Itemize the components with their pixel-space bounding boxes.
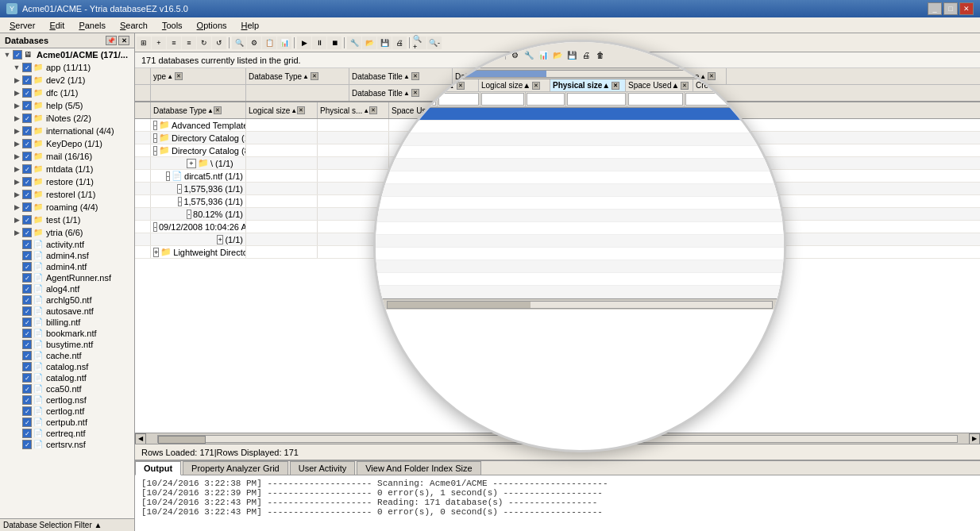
zoom-data-row[interactable] [376, 133, 784, 146]
zoom-btn-11[interactable]: 💾 [565, 48, 578, 61]
checkbox[interactable]: ✓ [22, 284, 32, 294]
expand-icon[interactable]: ▶ [11, 214, 22, 225]
zoom-data-row[interactable] [376, 273, 784, 286]
tree-item-root[interactable]: ▼ ✓ 🖥 Acme01/ACME (171/... [0, 48, 134, 61]
tree-item-alog4[interactable]: ✓ 📄 alog4.ntf [0, 283, 134, 294]
checkbox[interactable]: ✓ [22, 329, 32, 338]
checkbox[interactable]: ✓ [22, 295, 32, 305]
tree-item-restorel[interactable]: ▶ ✓ 📁 restorel (1/1) [0, 188, 134, 201]
col-filter-icon[interactable]: ✕ [175, 72, 183, 80]
tree-item-help[interactable]: ▶ ✓ 📁 help (5/5) [0, 99, 134, 112]
toolbar-btn-zoom-in[interactable]: 🔍+ [412, 37, 426, 49]
zoom-btn-8[interactable]: 🔧 [523, 48, 535, 61]
zoom-data-row[interactable] [376, 159, 784, 171]
expand-btn[interactable]: + [217, 235, 223, 244]
toolbar-btn-1[interactable]: ⊞ [137, 37, 151, 49]
tab-view-folder[interactable]: View And Folder Index Size [357, 461, 480, 475]
checkbox[interactable]: ✓ [22, 228, 32, 237]
tree-item-dev2[interactable]: ▶ ✓ 📁 dev2 (1/1) [0, 74, 134, 87]
checkbox[interactable]: ✓ [22, 262, 32, 271]
toolbar-btn-15[interactable]: 📂 [362, 37, 376, 49]
tab-property-analyzer[interactable]: Property Analyzer Grid [183, 461, 288, 475]
expand-btn[interactable]: - [153, 146, 157, 156]
zoom-data-row[interactable] [376, 248, 784, 260]
expand-icon[interactable]: ▶ [11, 125, 22, 137]
minimize-button[interactable]: _ [928, 2, 942, 15]
zoom-btn-9[interactable]: 📊 [537, 48, 550, 61]
col-header-dbtype[interactable]: ype ▲ ✕ [151, 68, 246, 84]
checkbox[interactable]: ✓ [22, 429, 32, 438]
tree-item-cca50[interactable]: ✓ 📄 cca50.ntf [0, 383, 134, 394]
toolbar-btn-3[interactable]: ≡ [167, 37, 181, 49]
checkbox[interactable]: ✓ [22, 373, 32, 383]
checkbox[interactable]: ✓ [22, 384, 32, 394]
zoom-btn-10[interactable]: 📂 [551, 48, 564, 61]
tree-item-roaming[interactable]: ▶ ✓ 📁 roaming (4/4) [0, 201, 134, 214]
toolbar-btn-8[interactable]: ⚙ [247, 37, 261, 49]
menu-edit[interactable]: Edit [43, 19, 71, 32]
expand-icon[interactable]: ▶ [11, 189, 22, 200]
checkbox[interactable]: ✓ [22, 440, 32, 449]
zoom-scroll-thumb[interactable] [388, 71, 546, 77]
toolbar-btn-6[interactable]: ↺ [212, 37, 226, 49]
col-dbtype[interactable]: Database Type ▲✕ [151, 102, 246, 118]
checkbox[interactable]: ✓ [22, 362, 32, 371]
expand-btn[interactable]: - [178, 197, 183, 206]
tab-user-activity[interactable]: User Activity [290, 461, 356, 475]
checkbox[interactable]: ✓ [13, 50, 22, 60]
tree-item-admin4nsf[interactable]: ✓ 📄 admin4.nsf [0, 250, 134, 261]
sidebar-content[interactable]: ▼ ✓ 🖥 Acme01/ACME (171/... ▼ ✓ 📁 app (11… [0, 48, 134, 518]
zoom-bottom-track[interactable] [387, 301, 773, 309]
zoom-data-row[interactable] [376, 235, 784, 248]
expand-icon[interactable]: ▶ [11, 138, 22, 149]
zoom-data-row[interactable] [376, 121, 784, 133]
col-header-dbtitle[interactable]: Database Type ▲ ✕ [246, 68, 349, 84]
expand-icon[interactable]: ▶ [11, 202, 22, 213]
tree-item-dfc[interactable]: ▶ ✓ 📁 dfc (1/1) [0, 87, 134, 99]
tree-item-certreq[interactable]: ✓ 📄 certreq.ntf [0, 428, 134, 439]
expand-icon[interactable]: ▶ [11, 176, 22, 187]
checkbox[interactable]: ✓ [22, 240, 32, 249]
zoom-col-logsize[interactable]: Logical size ▲✕ [479, 79, 550, 91]
close-button[interactable]: ✕ [959, 2, 974, 15]
zoom-filter-input-2[interactable] [438, 93, 479, 106]
tab-output[interactable]: Output [135, 461, 181, 475]
checkbox[interactable]: ✓ [22, 75, 32, 85]
toolbar-btn-9[interactable]: 📋 [262, 37, 276, 49]
menu-server[interactable]: Server [3, 19, 41, 32]
toolbar-btn-zoom-out[interactable]: 🔍- [427, 37, 442, 49]
zoom-data-row[interactable] [376, 171, 784, 184]
menu-options[interactable]: Options [191, 19, 233, 32]
checkbox[interactable]: ✓ [22, 177, 32, 187]
zoom-data-row[interactable] [376, 260, 784, 273]
checkbox[interactable]: ✓ [22, 101, 32, 110]
expand-icon[interactable]: ▶ [11, 87, 22, 98]
zoom-data-row[interactable] [376, 146, 784, 159]
tree-item-busytime[interactable]: ✓ 📄 busytime.ntf [0, 339, 134, 350]
sidebar-pin-button[interactable]: 📌 [106, 36, 117, 45]
col-physsize[interactable]: Physical s... ▲✕ [318, 102, 389, 118]
checkbox[interactable]: ✓ [22, 164, 32, 174]
checkbox[interactable]: ✓ [22, 152, 32, 161]
expand-icon[interactable]: ▶ [11, 164, 22, 175]
tree-item-billing[interactable]: ✓ 📄 billing.ntf [0, 317, 134, 328]
checkbox[interactable]: ✓ [22, 317, 32, 327]
tree-item-agentrunner[interactable]: ✓ 📄 AgentRunner.nsf [0, 272, 134, 283]
checkbox[interactable]: ✓ [22, 190, 32, 199]
zoom-bottom-scroll[interactable] [376, 298, 784, 310]
toolbar-btn-11[interactable]: ▶ [297, 37, 311, 49]
expand-icon[interactable]: ▶ [11, 75, 22, 86]
toolbar-btn-16[interactable]: 💾 [377, 37, 392, 49]
zoom-data-row[interactable] [376, 210, 784, 222]
expand-btn[interactable]: - [166, 171, 170, 181]
tree-item-certlogntf[interactable]: ✓ 📄 certlog.ntf [0, 406, 134, 417]
col-filter-icon[interactable]: ✕ [708, 72, 716, 80]
checkbox[interactable]: ✓ [22, 139, 32, 148]
tree-item-catalognsf[interactable]: ✓ 📄 catalog.nsf [0, 361, 134, 372]
tree-item-admin4ntf[interactable]: ✓ 📄 admin4.ntf [0, 261, 134, 272]
expand-btn[interactable]: - [153, 121, 157, 130]
expand-icon[interactable]: ▶ [11, 113, 22, 124]
tree-item-autosave[interactable]: ✓ 📄 autosave.ntf [0, 306, 134, 317]
expand-btn[interactable]: - [187, 210, 191, 219]
expand-icon[interactable]: ▼ [2, 49, 13, 60]
